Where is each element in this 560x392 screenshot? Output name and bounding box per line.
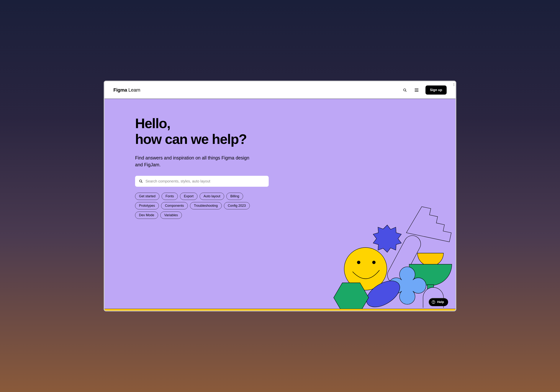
chip-billing[interactable]: Billing [226, 193, 243, 200]
svg-point-10 [357, 261, 360, 264]
help-widget[interactable]: Help [429, 298, 448, 306]
chip-fonts[interactable]: Fonts [162, 193, 178, 200]
svg-line-6 [141, 182, 142, 183]
search-box[interactable] [135, 176, 269, 187]
menu-button[interactable] [414, 88, 420, 93]
hero-heading-line1: Hello, [135, 116, 170, 131]
scroll-indicator [453, 83, 454, 86]
hamburger-icon [414, 88, 419, 92]
hero-heading-line2: how can we help? [135, 131, 247, 147]
help-icon [432, 300, 435, 304]
chip-components[interactable]: Components [161, 202, 188, 209]
help-widget-label: Help [437, 300, 444, 304]
svg-point-11 [372, 261, 376, 264]
signup-button[interactable]: Sign up [425, 86, 447, 95]
chip-export[interactable]: Export [180, 193, 197, 200]
header-actions: Sign up [402, 86, 447, 95]
chip-prototypes[interactable]: Prototypes [135, 202, 159, 209]
hero-subtitle: Find answers and inspiration on all thin… [135, 155, 254, 168]
chip-troubleshooting[interactable]: Troubleshooting [190, 202, 221, 209]
chip-auto-layout[interactable]: Auto layout [200, 193, 224, 200]
chip-get-started[interactable]: Get started [135, 193, 160, 200]
svg-point-15 [433, 303, 433, 303]
hero-section: Hello, how can we help? Find answers and… [104, 99, 456, 311]
header: Figma Learn Sign up [104, 81, 456, 99]
logo-section: Learn [128, 87, 140, 93]
chip-variables[interactable]: Variables [160, 212, 182, 219]
svg-line-1 [405, 91, 406, 92]
hero-accent-bar [104, 309, 456, 311]
topic-chips: Get started Fonts Export Auto layout Bil… [135, 193, 269, 219]
logo-brand: Figma [113, 87, 127, 93]
svg-point-5 [140, 180, 142, 182]
hero-content: Hello, how can we help? Find answers and… [104, 99, 271, 219]
app-window: Figma Learn Sign up Hello, how can we he… [104, 81, 456, 311]
chip-config-2023[interactable]: Config 2023 [224, 202, 250, 209]
search-icon [139, 179, 143, 183]
hero-illustration [315, 205, 456, 309]
search-icon [403, 88, 407, 92]
search-input[interactable] [145, 179, 265, 183]
svg-point-0 [404, 89, 406, 91]
header-search-button[interactable] [402, 87, 408, 93]
logo[interactable]: Figma Learn [113, 87, 140, 93]
hero-heading: Hello, how can we help? [135, 116, 271, 147]
chip-dev-mode[interactable]: Dev Mode [135, 212, 158, 219]
